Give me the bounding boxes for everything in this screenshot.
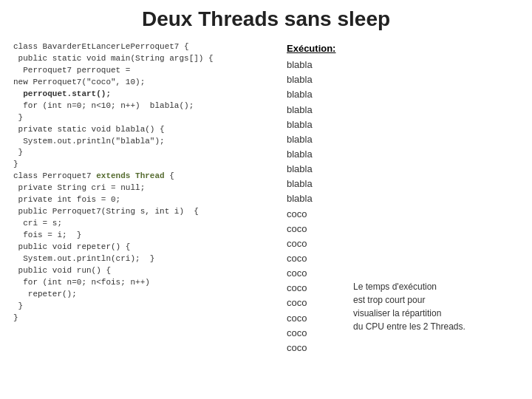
code-line: System.out.println(cri); } (13, 253, 279, 265)
code-line: } (13, 301, 279, 313)
exec-item: blabla (287, 191, 346, 206)
code-line: } (13, 159, 279, 171)
code-line: repeter(); (13, 289, 279, 301)
code-line: private String cri = null; (13, 183, 279, 194)
exec-item: blabla (287, 177, 346, 191)
execution-column: Exécution: blablablablablablablablablabl… (287, 41, 346, 355)
execution-label: Exécution: (287, 41, 346, 56)
exec-item: blabla (287, 132, 346, 147)
code-line: public Perroquet7(String s, int i) { (13, 206, 279, 218)
code-block: class BavarderEtLancerLePerroquet7 { pub… (13, 41, 279, 355)
code-line: new Perroquet7("coco", 10); (13, 77, 279, 89)
exec-item: blabla (287, 117, 346, 132)
code-line: } (13, 313, 279, 324)
code-line: public void run() { (13, 265, 279, 277)
code-line: cri = s; (13, 218, 279, 230)
note-line: Le temps d'exécution (353, 280, 466, 293)
note-line: du CPU entre les 2 Threads. (353, 320, 466, 333)
code-line: class Perroquet7 extends Thread { (13, 171, 279, 183)
code-line: class BavarderEtLancerLePerroquet7 { (13, 41, 279, 53)
exec-item: coco (287, 236, 346, 251)
exec-item: coco (287, 281, 346, 296)
exec-item: blabla (287, 162, 346, 177)
exec-item: coco (287, 341, 346, 355)
exec-item: blabla (287, 103, 346, 117)
exec-item: coco (287, 326, 346, 341)
note-line: visualiser la répartition (353, 307, 466, 320)
code-line: fois = i; } (13, 230, 279, 242)
exec-item: blabla (287, 72, 346, 87)
code-line: private int fois = 0; (13, 194, 279, 206)
note-column: Le temps d'exécutionest trop court pourv… (353, 41, 466, 355)
code-line: for (int n=0; n<fois; n++) (13, 277, 279, 289)
exec-item: coco (287, 266, 346, 281)
code-line: for (int n=0; n<10; n++) blabla(); (13, 100, 279, 112)
code-line: System.out.println("blabla"); (13, 136, 279, 148)
exec-item: blabla (287, 87, 346, 102)
exec-item: blabla (287, 147, 346, 162)
exec-item: coco (287, 311, 346, 326)
code-line: Perroquet7 perroquet = (13, 65, 279, 77)
code-line: public static void main(String args[]) { (13, 53, 279, 65)
exec-item: coco (287, 207, 346, 222)
exec-item: coco (287, 296, 346, 310)
exec-item: blabla (287, 58, 346, 72)
code-line: } (13, 147, 279, 159)
exec-item: coco (287, 251, 346, 266)
page-title: Deux Threads sans sleep (0, 0, 532, 41)
code-line: } (13, 112, 279, 124)
note-line: est trop court pour (353, 293, 466, 307)
code-line: public void repeter() { (13, 242, 279, 253)
right-panel: Exécution: blablablablablablablablablabl… (287, 41, 519, 355)
code-line: private static void blabla() { (13, 124, 279, 136)
exec-item: coco (287, 222, 346, 236)
code-line: perroquet.start(); (13, 89, 279, 100)
